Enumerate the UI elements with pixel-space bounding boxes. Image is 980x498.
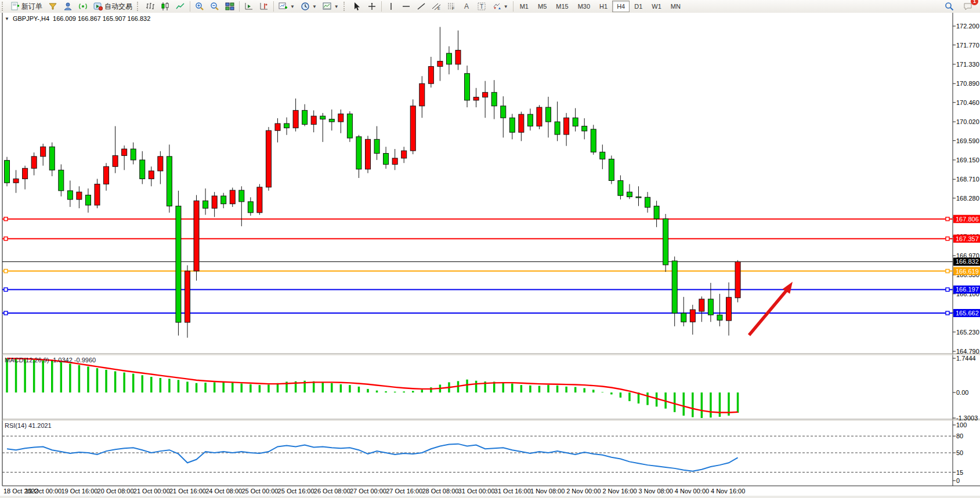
svg-text:24 Oct 08:00: 24 Oct 08:00 — [205, 488, 242, 495]
svg-text:170.020: 170.020 — [956, 118, 979, 125]
mt4-window: 新订单自动交易▼▼▼EFAT▼M1M5M15M30H1H4D1W1MN1 172… — [0, 0, 980, 498]
svg-text:170.460: 170.460 — [956, 99, 979, 106]
vertical-line-button[interactable] — [384, 0, 399, 13]
chart-shift-button[interactable] — [256, 0, 272, 13]
text-label-button[interactable]: T — [474, 0, 489, 13]
svg-text:4 Nov 00:00: 4 Nov 00:00 — [675, 488, 709, 495]
svg-text:171.770: 171.770 — [956, 42, 979, 49]
toolbar-drag-handle[interactable] — [2, 2, 6, 11]
toolbar-right-group: 1 — [942, 0, 980, 13]
chat-button[interactable]: 1 — [960, 0, 975, 13]
svg-text:167.806: 167.806 — [956, 216, 979, 223]
svg-text:31 Oct 00:00: 31 Oct 00:00 — [458, 488, 495, 495]
vertical-line-icon — [386, 2, 396, 11]
svg-text:165.230: 165.230 — [956, 329, 979, 336]
text-label-icon: T — [477, 2, 486, 11]
svg-text:170.890: 170.890 — [956, 80, 979, 87]
channel-button[interactable]: E — [429, 0, 444, 13]
bar-chart-button[interactable] — [143, 0, 158, 13]
svg-text:21 Oct 00:00: 21 Oct 00:00 — [133, 488, 170, 495]
symbol-dropdown-icon[interactable]: ▼ — [5, 16, 9, 21]
zoom-in-button[interactable] — [192, 0, 207, 13]
horizontal-line-icon — [402, 2, 411, 11]
new-chart-icon — [279, 2, 288, 11]
svg-text:168.280: 168.280 — [956, 195, 979, 202]
period-button[interactable]: ▼ — [298, 0, 320, 13]
svg-text:A: A — [464, 2, 469, 10]
cursor-button[interactable] — [349, 0, 364, 13]
toolbar-separator — [273, 1, 274, 12]
svg-text:25 Oct 00:00: 25 Oct 00:00 — [241, 488, 278, 495]
autotrading-button-label: 自动交易 — [104, 2, 132, 12]
svg-text:4 Nov 16:00: 4 Nov 16:00 — [711, 488, 745, 495]
shapes-button[interactable]: ▼ — [489, 0, 511, 13]
timeframe-w1-button[interactable]: W1 — [647, 1, 666, 12]
svg-text:25 Oct 16:00: 25 Oct 16:00 — [278, 488, 314, 495]
svg-text:169.590: 169.590 — [956, 137, 979, 144]
crosshair-button[interactable] — [364, 0, 379, 13]
channel-icon: E — [432, 2, 441, 11]
dropdown-arrow-icon[interactable]: ▼ — [290, 4, 295, 9]
crosshair-icon — [367, 2, 377, 11]
profile-icon — [63, 2, 73, 11]
svg-text:50: 50 — [956, 449, 963, 456]
svg-text:19 Oct 00:00: 19 Oct 00:00 — [25, 488, 62, 495]
autotrading-icon — [93, 2, 103, 11]
svg-text:27 Oct 00:00: 27 Oct 00:00 — [350, 488, 386, 495]
line-chart-button[interactable] — [173, 0, 188, 13]
svg-text:168.710: 168.710 — [956, 176, 979, 183]
timeframe-m5-button[interactable]: M5 — [533, 1, 551, 12]
template-button[interactable]: ▼ — [320, 0, 342, 13]
timeframe-m1-button[interactable]: M1 — [515, 1, 533, 12]
svg-text:0: 0 — [956, 477, 960, 484]
svg-text:15: 15 — [956, 469, 963, 476]
svg-text:20 Oct 08:00: 20 Oct 08:00 — [97, 488, 134, 495]
auto-scroll-button[interactable] — [241, 0, 256, 13]
timeframe-mn-button[interactable]: MN — [666, 1, 685, 12]
timeframe-m15-button[interactable]: M15 — [551, 1, 573, 12]
quotes-button[interactable] — [45, 0, 60, 13]
new-order-button[interactable]: 新订单 — [8, 0, 45, 13]
ohlc-values: 166.009 166.867 165.907 166.832 — [53, 15, 150, 22]
trendline-button[interactable] — [414, 0, 429, 13]
svg-text:E: E — [437, 6, 440, 10]
svg-text:166.619: 166.619 — [956, 268, 979, 275]
toolbar-separator — [381, 1, 382, 12]
text-button[interactable]: A — [459, 0, 474, 13]
rsi-label: RSI(14) 41.2021 — [5, 422, 52, 429]
dropdown-arrow-icon[interactable]: ▼ — [334, 4, 339, 9]
svg-text:21 Oct 16:00: 21 Oct 16:00 — [169, 488, 206, 495]
toolbar: 新订单自动交易▼▼▼EFAT▼M1M5M15M30H1H4D1W1MN1 — [0, 0, 980, 13]
candlestick-chart-button[interactable] — [158, 0, 173, 13]
price-chart-plot[interactable]: 172.200171.770171.330170.890170.460170.0… — [0, 13, 980, 498]
profile-button[interactable] — [60, 0, 75, 13]
svg-text:T: T — [480, 3, 483, 10]
signal-icon — [78, 2, 88, 11]
svg-text:167.357: 167.357 — [956, 235, 979, 242]
shapes-icon — [492, 2, 501, 11]
svg-text:100: 100 — [956, 421, 967, 428]
horizontal-line-button[interactable] — [399, 0, 414, 13]
toolbar-drag-handle[interactable] — [137, 2, 141, 11]
timeframe-h4-button[interactable]: H4 — [612, 1, 630, 12]
tile-windows-button[interactable] — [222, 0, 237, 13]
fibonacci-button[interactable]: F — [444, 0, 459, 13]
timeframe-d1-button[interactable]: D1 — [630, 1, 647, 12]
svg-text:164.790: 164.790 — [956, 348, 979, 355]
new-chart-button[interactable]: ▼ — [276, 0, 298, 13]
zoom-out-button[interactable] — [207, 0, 222, 13]
macd-label: MACD(12,26,9) -1.0342 -0.9960 — [5, 357, 96, 363]
dropdown-arrow-icon[interactable]: ▼ — [312, 4, 317, 9]
timeframe-h1-button[interactable]: H1 — [595, 1, 612, 12]
chart-window[interactable]: 172.200171.770171.330170.890170.460170.0… — [0, 13, 980, 498]
zoom-in-icon — [195, 2, 204, 11]
signal-button[interactable] — [75, 0, 91, 13]
quotes-icon — [48, 2, 57, 11]
autotrading-button[interactable]: 自动交易 — [91, 0, 135, 13]
dropdown-arrow-icon[interactable]: ▼ — [504, 4, 508, 9]
toolbar-drag-handle[interactable] — [343, 2, 348, 11]
search-button[interactable] — [942, 0, 957, 13]
svg-text:80: 80 — [956, 432, 963, 439]
svg-text:3 Nov 08:00: 3 Nov 08:00 — [639, 488, 673, 495]
timeframe-m30-button[interactable]: M30 — [573, 1, 595, 12]
